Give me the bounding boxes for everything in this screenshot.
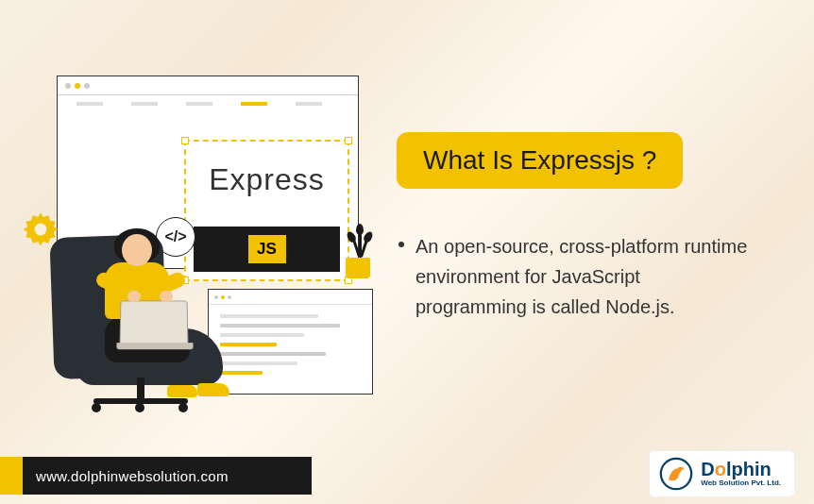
browser-titlebar: [58, 76, 358, 95]
dolphin-logo-icon: [659, 457, 693, 491]
url-accent: [0, 457, 23, 495]
window-dot: [84, 83, 90, 89]
chair-wheel: [92, 403, 101, 412]
plant-leaf: [356, 224, 364, 235]
person-illustration: [52, 217, 241, 425]
plant: [340, 226, 376, 278]
nav-item: [131, 102, 158, 106]
person-shoe: [167, 385, 197, 397]
person-body: [93, 234, 180, 330]
js-badge: JS: [248, 235, 286, 263]
logo-name: Dolphin: [701, 460, 781, 479]
heading: What Is Expressjs ?: [397, 132, 683, 189]
nav-item: [296, 102, 322, 106]
express-label: Express: [194, 149, 340, 197]
company-logo: Dolphin Web Solution Pvt. Ltd.: [649, 450, 795, 497]
footer: www.dolphinwebsolution.com Dolphin Web S…: [0, 447, 814, 504]
nav-item: [186, 102, 212, 106]
bullet-text: An open-source, cross-platform runtime e…: [415, 231, 755, 322]
url-bar: www.dolphinwebsolution.com: [0, 457, 312, 495]
window-dot: [75, 83, 80, 89]
bullet-item: An open-source, cross-platform runtime e…: [397, 231, 774, 322]
person-hand: [160, 291, 173, 302]
plant-pot: [346, 258, 370, 278]
url-text: www.dolphinwebsolution.com: [23, 468, 229, 484]
main-content: Express JS: [0, 0, 814, 453]
nav-item-active: [241, 102, 267, 106]
logo-tagline: Web Solution Pvt. Ltd.: [701, 479, 781, 487]
bullet-dot-icon: [399, 242, 404, 247]
chair-wheel: [178, 403, 188, 412]
chair-leg: [137, 378, 144, 400]
infographic-canvas: Express JS: [0, 0, 814, 504]
chair-wheel: [135, 403, 144, 412]
window-dot: [65, 83, 71, 89]
svg-point-0: [35, 224, 47, 236]
illustration: Express JS: [19, 57, 387, 396]
person-hand: [127, 291, 141, 302]
nav-item: [76, 102, 103, 106]
resize-handle: [345, 137, 352, 144]
browser-nav: [58, 95, 358, 112]
person-head: [122, 234, 152, 266]
laptop: [120, 300, 189, 344]
resize-handle: [181, 137, 189, 144]
text-content: What Is Expressjs ? An open-source, cros…: [397, 132, 774, 322]
person-shoe: [197, 383, 229, 396]
logo-text: Dolphin Web Solution Pvt. Ltd.: [701, 460, 781, 487]
